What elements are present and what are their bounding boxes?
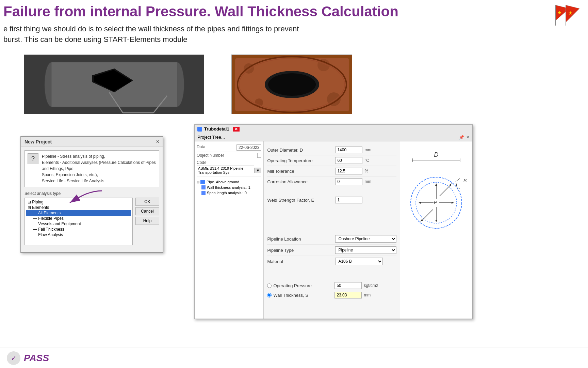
outer-diameter-unit: mm	[364, 148, 371, 152]
pass-text: PASS	[24, 353, 49, 364]
wall-thickness-input[interactable]	[334, 292, 362, 298]
bottom-bar: ✓ PASS	[0, 348, 588, 368]
tree-item-piping[interactable]: ⊟ Piping	[26, 199, 131, 205]
material-row: Material A106 B	[267, 256, 396, 267]
operating-pressure-radio[interactable]	[267, 283, 272, 288]
pin-icon[interactable]: 📌	[459, 135, 464, 140]
svg-text:★: ★	[568, 10, 573, 16]
cancel-button[interactable]: Cancel	[135, 207, 159, 215]
project-tree-items: ⊟ Pipe. Above ground Wall thickness anal…	[197, 179, 261, 196]
svg-marker-41	[435, 183, 437, 186]
weld-strength-input[interactable]	[335, 197, 362, 203]
tree-item-flaw-analysis[interactable]: — Flaw Analysis	[26, 232, 131, 237]
wall-thickness-label: Wall Thickness, S	[273, 293, 334, 298]
pipeline-location-dropdown[interactable]: Onshore Pipeline Offshore Pipeline	[335, 235, 396, 243]
page-title: Failure from internal Pressure. Wall Thi…	[3, 3, 398, 20]
pipe-burst-image-left	[24, 55, 204, 114]
tree-item-elements[interactable]: ⊟ Elements	[26, 205, 131, 210]
trubodetal-title: Trubodetal1 ✕	[197, 126, 240, 132]
pipeline-type-dropdown[interactable]: Pipeline Gathering Line	[335, 246, 396, 254]
dialog-buttons: OK Cancel Help	[135, 198, 159, 225]
svg-marker-2	[566, 5, 579, 22]
operating-temp-unit: °C	[364, 158, 369, 163]
pipe-burst-image-right	[231, 55, 352, 114]
app-icon	[197, 127, 202, 132]
corrosion-allowance-row: Corrosion Allowance mm	[267, 177, 396, 187]
analysis-tree[interactable]: ⊟ Piping ⊟ Elements — All Elements — Fle…	[24, 198, 133, 245]
help-button[interactable]: Help	[135, 217, 159, 225]
pipe-diagram-svg: D S P	[402, 148, 470, 285]
properties-panel: Outer Diameter, D mm Operating Temperatu…	[264, 141, 400, 319]
tree-item-fail-thickness[interactable]: — Fail Thickness	[26, 227, 131, 232]
outer-diameter-row: Outer Diameter, D mm	[267, 145, 396, 155]
corrosion-allowance-label: Corrosion Allowance	[267, 179, 335, 184]
tree-item-all-elements[interactable]: — All Elements	[26, 210, 131, 216]
ok-button[interactable]: OK	[135, 198, 159, 206]
wall-thickness-unit: mm	[364, 293, 371, 297]
svg-text:P: P	[434, 200, 437, 205]
trubodetal-titlebar: Trubodetal1 ✕	[195, 125, 472, 133]
object-number-label: Object Number	[197, 153, 224, 158]
analysis-type-label: Select analysis type	[24, 191, 159, 196]
svg-line-46	[423, 210, 433, 220]
trubodetal-close-icon[interactable]: ✕	[233, 127, 240, 132]
project-tree-icons: 📌 ✕	[459, 135, 470, 140]
new-project-dialog: New Project × ? Pipeline - Stress analys…	[20, 136, 163, 253]
corrosion-allowance-unit: mm	[364, 179, 371, 184]
pipeline-location-label: Pipeline Location	[267, 236, 335, 242]
pass-logo: ✓ PASS	[7, 351, 49, 365]
svg-line-50	[456, 183, 457, 188]
page-subtitle: e first thing we should do is to select …	[3, 24, 299, 45]
tree-item-flexible-pipes[interactable]: — Flexible Pipes	[26, 216, 131, 221]
data-row: Data 22-06-2023	[197, 143, 261, 152]
mill-tolerance-unit: %	[364, 169, 368, 173]
subtitle-line1: e first thing we should do is to select …	[3, 24, 299, 34]
wall-thickness-row: Wall Thickness, S mm	[267, 290, 396, 300]
dialog-description-row: ? Pipeline - Stress analysis of piping, …	[24, 150, 159, 187]
svg-line-48	[455, 178, 460, 182]
object-number-value	[257, 153, 261, 158]
operating-temp-label: Operating Temperature	[267, 158, 335, 163]
pipeline-type-label: Pipeline Type	[267, 248, 335, 253]
operating-pressure-label: Operating Pressure	[273, 283, 334, 288]
tree-span-length[interactable]: Span length analysis.: 0	[197, 190, 261, 196]
operating-temp-input[interactable]	[335, 157, 362, 164]
code-row: Code ASME B31.4-2019 Pipeline Transporta…	[197, 159, 261, 177]
svg-point-20	[268, 73, 316, 96]
operating-pressure-input[interactable]	[334, 282, 362, 289]
material-label: Material	[267, 259, 335, 264]
corrosion-allowance-input[interactable]	[335, 178, 362, 185]
outer-diameter-label: Outer Diameter, D	[267, 148, 335, 153]
material-dropdown[interactable]: A106 B	[335, 258, 383, 265]
window-close-icon[interactable]: ✕	[466, 135, 470, 140]
wall-thickness-radio[interactable]	[267, 293, 272, 297]
data-value: 22-06-2023	[236, 144, 261, 151]
tree-pipe-above-ground[interactable]: ⊟ Pipe. Above ground	[197, 179, 261, 185]
flag-icon: ★ ★	[554, 3, 581, 27]
project-tree-label: Project Tree...	[197, 135, 225, 140]
dialog-body: ? Pipeline - Stress analysis of piping, …	[21, 147, 163, 252]
object-number-row: Object Number	[197, 152, 261, 159]
tree-item-vessels[interactable]: — Vessels and Equipment	[26, 221, 131, 227]
code-label: Code	[197, 160, 261, 165]
code-value: ASME B31.4-2019 Pipeline Transportation …	[197, 166, 254, 175]
weld-strength-label: Weld Strength Factor, E	[267, 198, 335, 203]
code-dropdown-btn[interactable]: ▼	[254, 168, 261, 173]
trubodetal-content: Data 22-06-2023 Object Number Code ASME …	[195, 141, 472, 319]
outer-diameter-input[interactable]	[335, 147, 362, 153]
weld-strength-row: Weld Strength Factor, E	[267, 194, 396, 206]
tree-wall-thickness[interactable]: Wall thickness analysis.: 1	[197, 185, 261, 190]
close-icon[interactable]: ×	[156, 139, 159, 145]
subtitle-line2: burst. This can be done using START-Elem…	[3, 34, 299, 45]
diagram-panel: D S P	[400, 141, 472, 319]
operating-pressure-unit: kgf/cm2	[364, 283, 378, 288]
mill-tolerance-label: Mill Tolerance	[267, 169, 335, 174]
project-tree-bar: Project Tree... 📌 ✕	[195, 133, 472, 141]
data-label: Data	[197, 144, 205, 151]
mill-tolerance-input[interactable]	[335, 168, 362, 174]
svg-line-44	[440, 186, 450, 196]
dialog-icon: ?	[28, 153, 38, 164]
analysis-selection-row: ⊟ Piping ⊟ Elements — All Elements — Fle…	[24, 198, 159, 249]
pipeline-location-row: Pipeline Location Onshore Pipeline Offsh…	[267, 233, 396, 245]
trubodetal-window: Trubodetal1 ✕ Project Tree... 📌 ✕ Data 2…	[194, 124, 473, 319]
